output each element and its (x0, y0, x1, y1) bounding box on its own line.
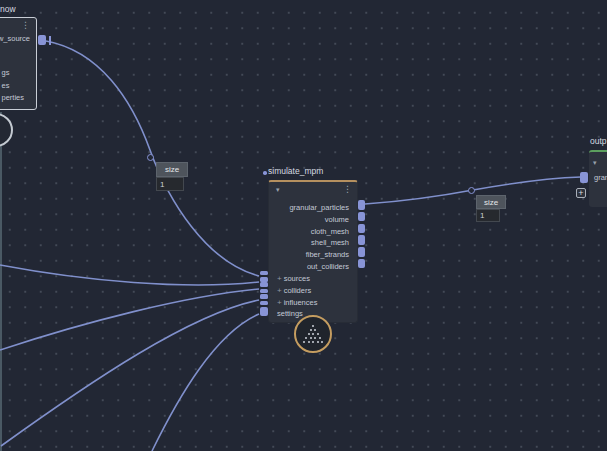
node-simulate-mpm[interactable]: ▾ ⋮ granular_particles volume cloth_mesh… (268, 180, 358, 323)
output-rows: granular_particles volume cloth_mesh she… (269, 199, 357, 270)
wire-left-to-colliders[interactable] (0, 289, 259, 350)
size-parameter-value[interactable]: 1 (476, 209, 500, 222)
source-node-title: now (0, 4, 16, 14)
simulate-node-title: simulate_mpm (268, 166, 323, 176)
node-output[interactable]: ▾ gran + (589, 150, 607, 207)
input-row: +sources (269, 270, 357, 282)
input-label-fragment: perties (2, 93, 25, 102)
mpm-solver-badge-icon (294, 315, 332, 353)
output-port-granular-particles[interactable] (358, 200, 365, 210)
output-port[interactable] (38, 35, 46, 45)
input-rows: +sources +colliders +influences settings (269, 270, 357, 317)
output-row: fiber_strands (269, 246, 357, 258)
input-port-granular[interactable] (580, 172, 588, 183)
wire-pin-dot[interactable] (468, 187, 475, 194)
wire-endpoint-cap (49, 36, 52, 45)
input-port-settings[interactable] (260, 307, 268, 316)
output-row: out_colliders (269, 258, 357, 270)
input-label-fragment: gs (2, 68, 10, 77)
input-port-label: gran (594, 173, 607, 182)
output-port-label: w_source (0, 34, 30, 43)
input-label-fragment: es (2, 81, 10, 90)
collapse-arrow-icon[interactable]: ▾ (593, 159, 597, 166)
input-label: settings (277, 309, 303, 318)
kebab-menu-icon[interactable]: ⋮ (343, 185, 352, 193)
output-port-fiber-strands[interactable] (358, 247, 365, 257)
add-input-button[interactable]: + (576, 188, 586, 198)
wire-bottom-to-settings[interactable] (152, 314, 259, 451)
node-source[interactable]: ⋮ w_source gs es perties (0, 17, 37, 110)
size-parameter-label: size (476, 195, 506, 209)
size-parameter-label: size (156, 162, 188, 177)
size-parameter-value[interactable]: 1 (156, 177, 184, 191)
node-state-dot (263, 171, 267, 175)
wire-pin-dot[interactable] (147, 154, 154, 161)
input-port-influences[interactable] (260, 294, 268, 307)
output-row: cloth_mesh (269, 223, 357, 235)
output-port-cloth-mesh[interactable] (358, 224, 365, 234)
output-port-volume[interactable] (358, 212, 365, 222)
node-graph-canvas[interactable]: now ⋮ w_source gs es perties size 1 simu… (0, 0, 607, 451)
output-row: granular_particles (269, 199, 357, 211)
output-row: volume (269, 211, 357, 223)
output-port-shell-mesh[interactable] (358, 235, 365, 245)
input-row: +colliders (269, 282, 357, 294)
input-row: +influences (269, 294, 357, 306)
output-port-out-colliders[interactable] (358, 259, 365, 269)
wire-bottomleft-to-influences[interactable] (1, 300, 259, 446)
collapse-arrow-icon[interactable]: ▾ (276, 186, 280, 193)
output-row: shell_mesh (269, 234, 357, 246)
wire-left-to-sources2[interactable] (0, 265, 259, 285)
kebab-menu-icon[interactable]: ⋮ (21, 21, 30, 29)
output-node-title: outp (590, 136, 607, 146)
